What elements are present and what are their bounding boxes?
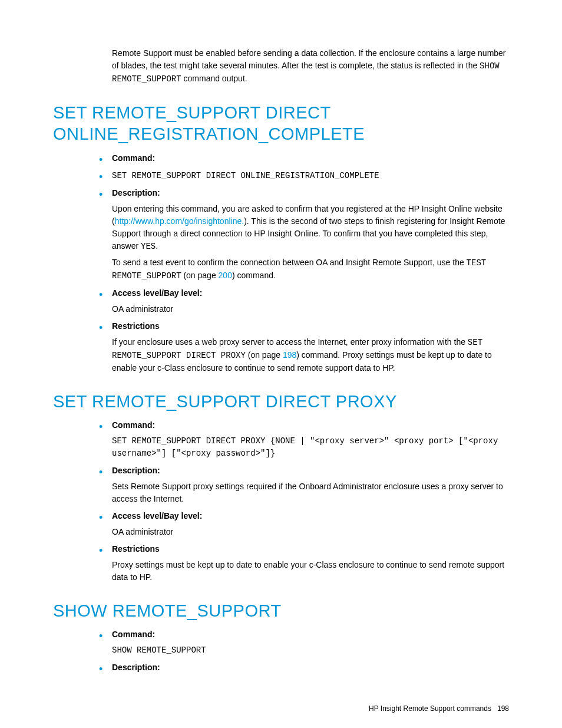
list-item: Description: Sets Remote Support proxy s… — [94, 465, 509, 505]
link-insightonline[interactable]: http://www.hp.com/go/insightonline. — [115, 216, 244, 226]
restrictions-label: Restrictions — [112, 544, 160, 554]
command-text: SHOW REMOTE_SUPPORT — [112, 644, 509, 657]
description-text: Sets Remote Support proxy settings requi… — [112, 480, 509, 505]
command-label: Command: — [112, 153, 155, 163]
intro-text-b: command output. — [181, 74, 247, 83]
page-footer: HP Insight Remote Support commands 198 — [53, 703, 509, 714]
desc-code: YES — [141, 242, 156, 251]
link-page-200[interactable]: 200 — [219, 271, 232, 280]
intro-paragraph: Remote Support must be enabled before se… — [112, 47, 509, 85]
desc-text: ) command. — [232, 271, 276, 280]
intro-text-a: Remote Support must be enabled before se… — [112, 48, 506, 70]
list-item: Restrictions If your enclosure uses a we… — [94, 320, 509, 374]
list-item: Command: — [94, 152, 509, 164]
link-page-198[interactable]: 198 — [283, 350, 296, 360]
list-item: Command: SHOW REMOTE_SUPPORT — [94, 628, 509, 657]
list-item: Description: Upon entering this command,… — [94, 187, 509, 282]
access-text: OA administrator — [112, 303, 509, 315]
access-text: OA administrator — [112, 526, 509, 538]
command-text: SET REMOTE_SUPPORT DIRECT ONLINE_REGISTR… — [112, 171, 379, 180]
section1-list: Command: SET REMOTE_SUPPORT DIRECT ONLIN… — [94, 152, 509, 374]
footer-text: HP Insight Remote Support commands — [369, 704, 491, 713]
section3-list: Command: SHOW REMOTE_SUPPORT Description… — [94, 628, 509, 674]
restrictions-label: Restrictions — [112, 321, 160, 331]
list-item: Restrictions Proxy settings must be kept… — [94, 543, 509, 584]
desc-text: To send a test event to confirm the conn… — [112, 258, 467, 267]
command-label: Command: — [112, 630, 155, 639]
desc-text: . — [156, 241, 158, 251]
restr-text: (on page — [246, 350, 283, 360]
section-heading-1: SET REMOTE_SUPPORT DIRECT ONLINE_REGISTR… — [53, 102, 509, 145]
list-item: Description: — [94, 661, 509, 674]
description-label: Description: — [112, 466, 160, 475]
section2-list: Command: SET REMOTE_SUPPORT DIRECT PROXY… — [94, 419, 509, 584]
list-item: Command: SET REMOTE_SUPPORT DIRECT PROXY… — [94, 419, 509, 460]
restr-text: If your enclosure uses a web proxy serve… — [112, 337, 468, 347]
list-item: Access level/Bay level: OA administrator — [94, 287, 509, 315]
command-label: Command: — [112, 420, 155, 430]
list-item: SET REMOTE_SUPPORT DIRECT ONLINE_REGISTR… — [94, 169, 509, 182]
desc-text: T (on page — [176, 271, 218, 280]
access-label: Access level/Bay level: — [112, 511, 202, 521]
list-item: Access level/Bay level: OA administrator — [94, 510, 509, 538]
section-heading-2: SET REMOTE_SUPPORT DIRECT PROXY — [53, 391, 509, 412]
access-label: Access level/Bay level: — [112, 288, 202, 298]
restrictions-text: Proxy settings must be kept up to date t… — [112, 559, 509, 584]
footer-page: 198 — [497, 704, 509, 713]
description-body: Upon entering this command, you are aske… — [112, 203, 509, 253]
description-body: To send a test event to confirm the conn… — [112, 256, 509, 282]
command-text: SET REMOTE_SUPPORT DIRECT PROXY {NONE | … — [112, 435, 509, 460]
description-label: Description: — [112, 663, 160, 672]
section-heading-3: SHOW REMOTE_SUPPORT — [53, 600, 509, 621]
restrictions-body: If your enclosure uses a web proxy serve… — [112, 336, 509, 374]
description-label: Description: — [112, 188, 160, 197]
